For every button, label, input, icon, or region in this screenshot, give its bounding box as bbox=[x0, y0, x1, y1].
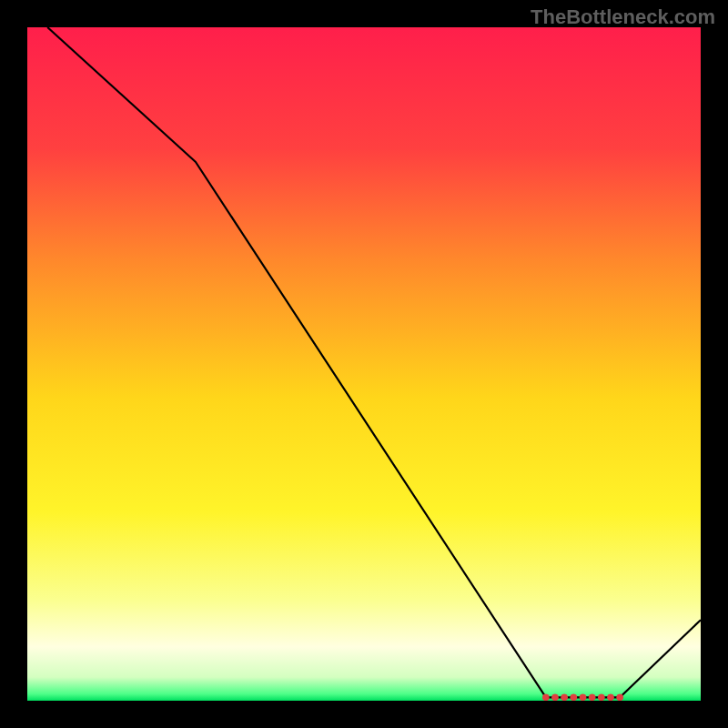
chart-plot-area bbox=[27, 27, 701, 701]
chart-marker-group bbox=[542, 694, 623, 702]
chart-marker-dot bbox=[561, 694, 568, 702]
chart-marker-dot bbox=[551, 694, 559, 702]
chart-marker-dot bbox=[598, 694, 605, 702]
chart-marker-dot bbox=[607, 694, 614, 702]
watermark-text: TheBottleneck.com bbox=[531, 5, 715, 29]
chart-marker-dot bbox=[589, 694, 596, 702]
chart-marker-dot bbox=[580, 694, 587, 702]
chart-marker-dot bbox=[542, 694, 550, 702]
chart-marker-dot bbox=[616, 694, 623, 702]
chart-background-gradient bbox=[27, 27, 701, 701]
chart-marker-dot bbox=[571, 694, 578, 702]
